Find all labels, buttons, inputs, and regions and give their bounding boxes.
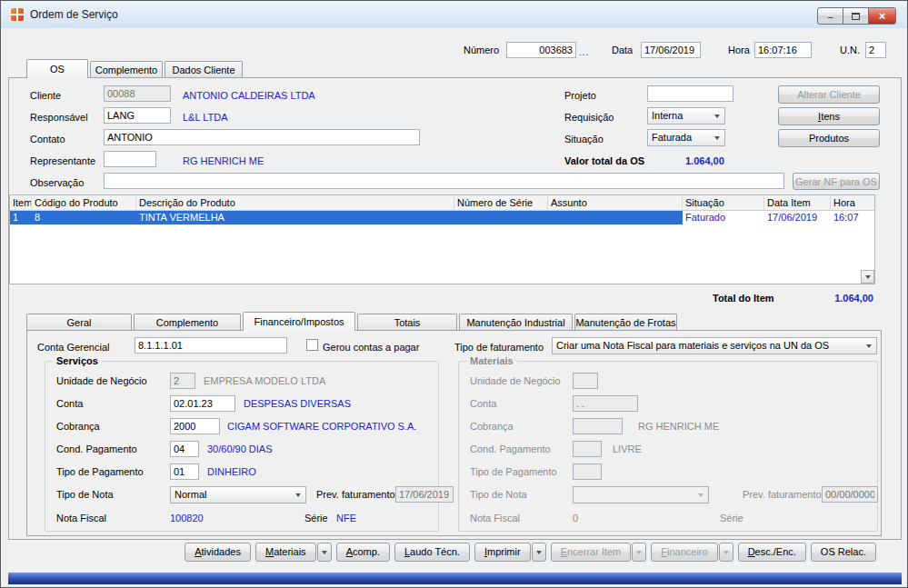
valor-total-value: 1.064,00 [685,154,724,167]
contato-input[interactable] [104,129,420,145]
data-input[interactable] [641,42,701,58]
mat-tipo-pag-input [573,463,602,480]
materiais-button[interactable]: Materiais [255,543,316,562]
desc-enc-button[interactable]: Desc./Enc. [738,543,806,562]
situacao-select[interactable]: Faturada [647,129,725,146]
responsavel-name-text: L&L LTDA [183,111,228,124]
window-title: Ordem de Serviço [30,8,118,21]
conta-gerencial-input[interactable] [135,337,287,354]
gerou-contas-checkbox[interactable] [306,339,318,351]
representante-label: Representante [30,154,95,167]
grid-row[interactable]: 1 8 TINTA VERMELHA Faturado 17/06/2019 1… [10,211,874,224]
mat-tipo-nota-label: Tipo de Nota [470,488,527,501]
mat-cond-label: Cond. Pagamento [470,443,551,455]
ordem-de-servico-window: Ordem de Serviço – × Número ... Data Hor… [0,0,908,588]
tab-totais[interactable]: Totais [357,314,457,330]
srv-cond-input[interactable] [170,441,199,457]
items-grid: Item Código do Produto Descrição do Prod… [9,194,875,284]
srv-tipo-nota-select[interactable]: Normal [170,486,306,503]
itens-button[interactable]: Itens [778,107,880,125]
title-bar: Ordem de Serviço – × [1,1,907,28]
gerou-contas-label: Gerou contas a pagar [323,341,419,354]
encerrar-item-dropdown-arrow [632,543,646,562]
tab-geral[interactable]: Geral [26,314,132,330]
tab-complemento[interactable]: Complemento [90,61,163,77]
total-item-label: Total do Item [713,292,774,304]
financeiro-split-button: Financeiro [651,543,733,562]
srv-conta-input[interactable] [170,395,235,412]
produtos-button[interactable]: Produtos [778,129,880,147]
mat-conta-label: Conta [470,397,496,410]
footer-button-bar: Atividades Materiais Acomp. Laudo Técn. … [8,543,876,562]
tab-os[interactable]: OS [26,59,88,78]
numero-label: Número [464,44,499,56]
imprimir-button[interactable]: Imprimir [474,543,531,562]
maximize-button[interactable] [843,7,869,25]
srv-tipo-pag-label: Tipo de Pagamento [56,465,144,478]
numero-input[interactable] [506,42,576,58]
grid-col-situacao[interactable]: Situação [683,195,764,210]
atividades-button[interactable]: Atividades [185,543,251,562]
encerrar-item-button: Encerrar Item [551,543,632,562]
grid-col-descricao[interactable]: Descrição do Produto [136,195,454,210]
grid-col-codigo[interactable]: Código do Produto [32,195,136,210]
cliente-code-input [104,85,171,102]
mat-conta-input [573,395,638,412]
grid-col-assunto[interactable]: Assunto [548,195,683,210]
close-button[interactable]: × [868,7,896,25]
srv-cond-name: 30/60/90 DIAS [207,443,273,455]
requisicao-select[interactable]: Interna [647,107,725,125]
data-label: Data [612,44,633,56]
srv-tipo-pag-input[interactable] [170,463,199,480]
srv-tipo-nota-label: Tipo de Nota [56,488,114,501]
servicos-group: Serviços Unidade de Negócio EMPRESA MODE… [45,361,439,532]
laudo-tecn-button[interactable]: Laudo Técn. [394,543,470,562]
mat-nf-label: Nota Fiscal [470,512,520,524]
os-relac-button[interactable]: OS Relac. [811,543,876,562]
grid-col-data-item[interactable]: Data Item [764,195,831,210]
cell-situacao: Faturado [683,211,764,224]
grid-col-item[interactable]: Item [10,195,32,210]
valor-total-label: Valor total da OS [564,154,644,167]
imprimir-dropdown-arrow[interactable] [532,543,546,562]
tipo-faturamento-select[interactable]: Criar uma Nota Fiscal para materiais e s… [552,337,877,354]
numero-browse-button[interactable]: ... [579,48,589,57]
tab-financeiro-impostos[interactable]: Financeiro/Impostos [243,312,355,331]
hora-input[interactable] [754,42,812,58]
un-input[interactable] [865,42,886,58]
representante-code-input[interactable] [104,151,156,167]
materiais-dropdown-arrow[interactable] [317,543,332,562]
grid-scroll-down-button[interactable] [861,270,874,284]
grid-col-serie[interactable]: Número de Série [454,195,548,210]
tab-manutencao-industrial[interactable]: Manutenção Industrial [459,314,573,330]
tab-manutencao-frotas[interactable]: Manutenção de Frotas [574,314,677,330]
mat-cond-input [573,441,602,457]
total-item-value: 1.064,00 [834,292,873,304]
status-strip [8,573,902,584]
cell-data-item: 17/06/2019 [764,211,831,224]
projeto-input[interactable] [647,85,733,102]
minimize-button[interactable]: – [817,7,843,25]
cell-codigo: 8 [32,211,136,224]
app-icon [11,8,24,21]
representante-name-text: RG HENRICH ME [183,154,264,167]
chevron-down-icon [636,551,642,554]
imprimir-split-button: Imprimir [474,543,546,562]
tab-dados-cliente[interactable]: Dados Cliente [165,61,243,77]
acomp-button[interactable]: Acomp. [336,543,390,562]
contato-label: Contato [30,133,65,145]
main-tab-strip: OS Complemento Dados Cliente [26,59,244,78]
cell-item: 1 [10,211,32,224]
grid-col-hora[interactable]: Hora [831,195,862,210]
srv-unidade-label: Unidade de Negócio [56,374,147,387]
srv-cobranca-input[interactable] [170,418,220,434]
arrow-down-icon [865,275,871,279]
srv-unidade-name: EMPRESA MODELO LTDA [204,374,325,387]
responsavel-label: Responsável [30,111,88,124]
tab-complemento-sub[interactable]: Complemento [134,314,241,330]
responsavel-code-input[interactable] [104,107,171,124]
srv-nf-value: 100820 [170,512,204,524]
mat-cobranca-input [573,418,623,434]
srv-conta-name: DESPESAS DIVERSAS [244,397,351,410]
observacao-input[interactable] [104,173,784,189]
